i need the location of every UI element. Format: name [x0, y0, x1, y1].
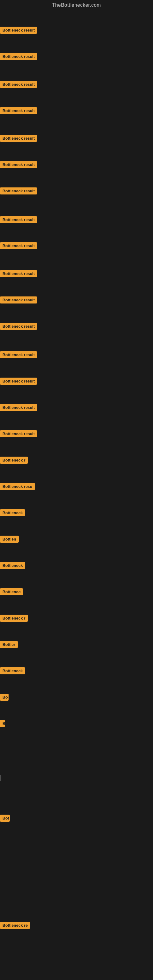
list-item: Bottleneck result [0, 270, 37, 277]
bottleneck-result-label: Bottleneck result [0, 53, 37, 60]
bottleneck-result-label: Bottleneck result [0, 351, 37, 358]
list-item: Bottleneck result [0, 351, 37, 358]
list-item: B [0, 720, 5, 727]
bottleneck-result-label: Bottleneck result [0, 216, 37, 223]
list-item: Bottleneck r [0, 457, 28, 464]
bottleneck-result-label: Bottleneck result [0, 430, 37, 438]
bottleneck-result-label: Bo [0, 694, 9, 701]
list-item: Bottleneck result [0, 53, 37, 60]
bottleneck-result-label: B [0, 720, 5, 727]
list-item: Bottleneck result [0, 188, 37, 194]
list-item: Bottleneck r [0, 615, 28, 622]
list-item: Bottleneck result [0, 242, 37, 249]
list-item: Bottlenec [0, 588, 23, 595]
bottleneck-result-label: Bottleneck result [0, 296, 37, 304]
list-item: Bottleneck result [0, 135, 37, 142]
list-item: Bottleneck result [0, 27, 37, 34]
list-item: Bottleneck resu [0, 483, 35, 490]
list-item: Bot [0, 815, 10, 822]
list-item: Bottleneck re [0, 922, 30, 929]
list-item: Bottleneck result [0, 216, 37, 223]
bottleneck-result-label: Bottleneck result [0, 242, 37, 249]
bottleneck-result-label: Bottlenec [0, 588, 23, 595]
bottleneck-result-label: Bottleneck [0, 509, 25, 516]
list-item: Bottleneck [0, 562, 25, 569]
list-item: Bottlen [0, 536, 19, 542]
bottleneck-result-label: Bottleneck r [0, 457, 28, 464]
list-item: Bo [0, 694, 9, 701]
list-item: Bottleneck [0, 509, 25, 516]
bottleneck-result-label: Bottleneck result [0, 81, 37, 88]
bottleneck-result-label: Bottleneck result [0, 161, 37, 168]
bottleneck-result-label: Bottleneck [0, 562, 25, 569]
bottleneck-result-label: Bottler [0, 641, 18, 648]
bottleneck-result-label: Bottleneck result [0, 27, 37, 34]
bottleneck-result-label: Bottleneck result [0, 135, 37, 142]
list-item: Bottleneck result [0, 323, 37, 330]
list-item: Bottleneck result [0, 81, 37, 88]
bottleneck-result-label: Bottleneck result [0, 404, 37, 411]
list-item: Bottleneck result [0, 161, 37, 168]
list-item: Bottleneck result [0, 107, 37, 114]
bottleneck-result-label: Bottleneck result [0, 107, 37, 114]
bottleneck-result-label: Bottleneck result [0, 323, 37, 330]
bottleneck-result-label: Bottleneck [0, 667, 25, 675]
list-item: Bottleneck result [0, 430, 37, 438]
list-item: Bottleneck result [0, 296, 37, 304]
list-item: Bottleneck [0, 667, 25, 675]
list-item: Bottleneck result [0, 378, 37, 385]
bottleneck-result-label: Bottleneck result [0, 378, 37, 385]
list-item: Bottler [0, 641, 18, 648]
bottleneck-result-label: Bottleneck r [0, 615, 28, 622]
bottleneck-result-label: Bottlen [0, 536, 19, 542]
bottleneck-result-label: Bot [0, 815, 10, 822]
bottleneck-result-label: Bottleneck re [0, 922, 30, 929]
site-title: TheBottlenecker.com [0, 0, 153, 9]
bottleneck-result-label: Bottleneck result [0, 270, 37, 277]
list-item [0, 775, 1, 781]
bottleneck-result-label: Bottleneck result [0, 188, 37, 194]
bottleneck-result-label: Bottleneck resu [0, 483, 35, 490]
list-item: Bottleneck result [0, 404, 37, 411]
